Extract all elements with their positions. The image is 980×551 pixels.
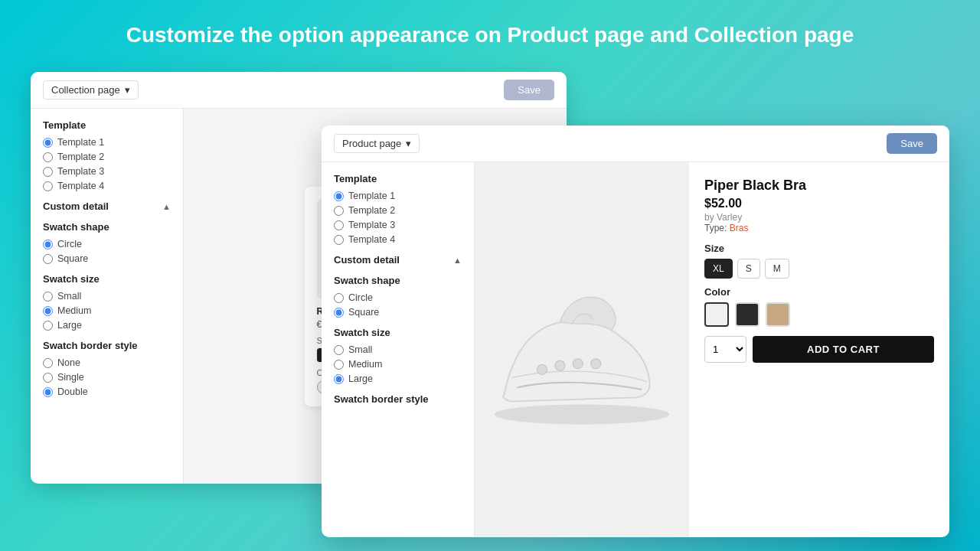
collection-sidebar: Template Template 1 Template 2 Template …	[31, 109, 184, 484]
collection-template-4[interactable]: Template 4	[43, 181, 171, 191]
product-page-label: Product page	[342, 138, 401, 149]
collection-template-2-label: Template 2	[57, 152, 104, 162]
product-color-black[interactable]	[735, 302, 760, 327]
dropdown-chevron-icon: ▾	[125, 84, 130, 96]
product-template-heading: Template	[334, 173, 462, 184]
product-save-button[interactable]: Save	[887, 133, 937, 154]
product-name: Piper Black Bra	[704, 178, 934, 194]
product-page-dropdown[interactable]: Product page ▾	[334, 134, 420, 153]
collection-size-large[interactable]: Large	[43, 320, 171, 331]
product-color-options	[704, 302, 934, 327]
collection-template-4-label: Template 4	[57, 181, 104, 191]
product-size-small[interactable]: Small	[334, 344, 462, 355]
collection-border-single[interactable]: Single	[43, 372, 171, 383]
collection-border-double[interactable]: Double	[43, 386, 171, 397]
product-detail-section: Piper Black Bra $52.00 by Varley Type: B…	[689, 162, 949, 537]
product-dropdown-chevron-icon: ▾	[406, 138, 411, 149]
product-type: Type: Bras	[704, 223, 934, 233]
collection-save-button[interactable]: Save	[504, 80, 554, 100]
collection-none-label: None	[57, 357, 80, 368]
collection-template-1[interactable]: Template 1	[43, 137, 171, 148]
svg-point-5	[591, 359, 601, 369]
product-preview: Piper Black Bra $52.00 by Varley Type: B…	[475, 162, 949, 537]
product-color-white[interactable]	[704, 302, 729, 327]
collection-custom-detail-label: Custom detail	[43, 201, 109, 212]
collection-template-3[interactable]: Template 3	[43, 166, 171, 177]
product-price: $52.00	[704, 197, 934, 210]
collection-swatch-shape-heading: Swatch shape	[43, 221, 171, 233]
collection-custom-detail-header: Custom detail ▲	[43, 201, 171, 212]
collection-small-label: Small	[57, 291, 81, 302]
product-vendor: by Varley	[704, 212, 934, 223]
product-size-options: XL S M	[704, 259, 934, 279]
product-template-3[interactable]: Template 3	[334, 220, 462, 230]
collection-size-medium[interactable]: Medium	[43, 305, 171, 316]
qty-cart-row: 1 2 3 ADD TO CART	[704, 336, 934, 363]
product-custom-detail-label: Custom detail	[334, 254, 400, 266]
product-medium-label: Medium	[348, 359, 382, 370]
svg-point-4	[573, 359, 583, 369]
product-panel-header: Product page ▾ Save	[322, 126, 949, 162]
product-color-label: Color	[704, 286, 934, 298]
product-template-1[interactable]: Template 1	[334, 191, 462, 201]
product-sidebar: Template Template 1 Template 2 Template …	[322, 162, 475, 537]
collection-template-heading: Template	[43, 119, 171, 131]
product-large-label: Large	[348, 373, 373, 384]
collection-double-label: Double	[57, 386, 88, 397]
product-swatch-square[interactable]: Square	[334, 307, 462, 318]
svg-point-2	[537, 365, 547, 375]
product-type-label: Type:	[704, 223, 727, 233]
collection-size-small[interactable]: Small	[43, 291, 171, 302]
product-type-value[interactable]: Bras	[730, 223, 749, 233]
product-template-3-label: Template 3	[348, 220, 395, 230]
product-template-2[interactable]: Template 2	[334, 205, 462, 216]
product-image-container	[475, 162, 689, 537]
collection-swatch-size-heading: Swatch size	[43, 273, 171, 285]
collection-page-label: Collection page	[51, 84, 120, 96]
collection-square-label: Square	[57, 253, 88, 264]
product-template-4-label: Template 4	[348, 234, 395, 245]
product-size-s[interactable]: S	[737, 259, 760, 279]
product-size-medium[interactable]: Medium	[334, 359, 462, 370]
quantity-select[interactable]: 1 2 3	[704, 336, 746, 363]
collection-template-3-label: Template 3	[57, 166, 104, 177]
product-circle-label: Circle	[348, 292, 373, 303]
collection-circle-label: Circle	[57, 239, 82, 249]
collection-panel-header: Collection page ▾ Save	[31, 72, 567, 109]
collection-single-label: Single	[57, 372, 84, 383]
product-size-label: Size	[704, 243, 934, 254]
collection-page-dropdown[interactable]: Collection page ▾	[43, 80, 139, 99]
product-panel: Product page ▾ Save Template Template 1 …	[322, 126, 949, 537]
product-template-4[interactable]: Template 4	[334, 234, 462, 245]
collection-template-2[interactable]: Template 2	[43, 152, 171, 162]
product-swatch-size-heading: Swatch size	[334, 327, 462, 338]
product-swatch-shape-heading: Swatch shape	[334, 275, 462, 286]
product-template-1-label: Template 1	[348, 191, 395, 201]
collection-swatch-square[interactable]: Square	[43, 253, 171, 264]
product-shoe-illustration	[482, 266, 681, 434]
custom-detail-chevron-icon: ▲	[162, 202, 171, 211]
product-swatch-border-heading: Swatch border style	[334, 393, 462, 405]
product-square-label: Square	[348, 307, 379, 318]
panels-container: Collection page ▾ Save Template Template…	[0, 64, 980, 531]
product-color-beige[interactable]	[766, 302, 790, 327]
product-template-2-label: Template 2	[348, 205, 395, 216]
svg-point-1	[495, 405, 670, 425]
product-swatch-circle[interactable]: Circle	[334, 292, 462, 303]
svg-point-3	[555, 361, 565, 371]
collection-swatch-circle[interactable]: Circle	[43, 239, 171, 249]
collection-large-label: Large	[57, 320, 82, 331]
collection-medium-label: Medium	[57, 305, 91, 316]
product-size-xl[interactable]: XL	[704, 259, 733, 279]
product-custom-detail-header: Custom detail ▲	[334, 254, 462, 266]
product-size-m[interactable]: M	[765, 259, 789, 279]
product-size-large[interactable]: Large	[334, 373, 462, 384]
collection-swatch-border-heading: Swatch border style	[43, 340, 171, 351]
page-heading: Customize the option appearance on Produ…	[0, 0, 980, 64]
product-small-label: Small	[348, 344, 372, 355]
collection-template-1-label: Template 1	[57, 137, 104, 148]
product-custom-detail-chevron-icon: ▲	[453, 256, 462, 265]
add-to-cart-button[interactable]: ADD TO CART	[753, 336, 934, 363]
product-panel-body: Template Template 1 Template 2 Template …	[322, 162, 949, 537]
collection-border-none[interactable]: None	[43, 357, 171, 368]
